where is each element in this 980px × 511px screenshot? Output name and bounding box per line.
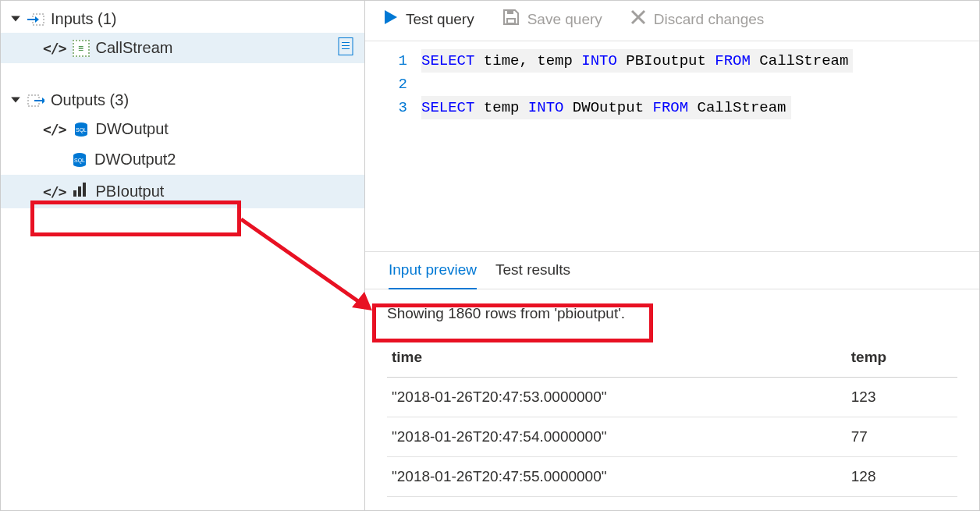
powerbi-icon	[73, 181, 90, 202]
svg-marker-0	[11, 16, 20, 22]
sidebar-item-label: PBIoutput	[96, 183, 165, 200]
svg-rect-22	[83, 183, 86, 197]
cell-temp: 77	[843, 417, 957, 457]
close-icon	[630, 9, 646, 29]
results-table-wrap: time temp "2018-01-26T20:47:53.0000000" …	[365, 338, 979, 497]
svg-rect-20	[73, 190, 76, 197]
cell-time: "2018-01-26T20:47:55.0000000"	[387, 457, 843, 497]
sidebar-item-callstream[interactable]: </> ≡ CallStream	[1, 33, 364, 63]
toolbar: Test query Save query Discard changes	[365, 1, 979, 41]
toolbar-button-label: Test query	[406, 11, 474, 28]
svg-text:SQL: SQL	[76, 127, 87, 133]
app-window: Inputs (1) </> ≡ CallStream Outputs (3) …	[0, 0, 980, 511]
cell-temp: 128	[843, 457, 957, 497]
chevron-down-icon	[10, 10, 21, 28]
svg-marker-3	[35, 16, 39, 23]
svg-marker-23	[385, 10, 397, 24]
results-table: time temp "2018-01-26T20:47:53.0000000" …	[387, 338, 957, 497]
sidebar-item-label: CallStream	[96, 39, 173, 57]
sidebar-item-dwoutput[interactable]: </> SQL DWOutput	[1, 114, 364, 144]
column-header-time[interactable]: time	[387, 338, 843, 378]
tab-test-results[interactable]: Test results	[495, 261, 570, 289]
outputs-label: Outputs (3)	[51, 91, 129, 109]
status-line: Showing 1860 rows from 'pbioutput'.	[365, 289, 979, 338]
sidebar-item-pbioutput[interactable]: </> PBIoutput	[1, 175, 364, 208]
code-icon: </>	[43, 40, 66, 56]
cell-time: "2018-01-26T20:47:54.0000000"	[387, 417, 843, 457]
cell-time: "2018-01-26T20:47:53.0000000"	[387, 378, 843, 417]
svg-marker-11	[42, 98, 44, 104]
code-icon: </>	[43, 121, 66, 137]
svg-marker-8	[11, 98, 20, 103]
main-pane: Test query Save query Discard changes 1 …	[365, 1, 979, 510]
line-number: 3	[365, 96, 407, 119]
svg-rect-21	[78, 186, 81, 197]
save-query-button[interactable]: Save query	[502, 9, 602, 30]
discard-changes-button[interactable]: Discard changes	[630, 9, 765, 29]
sidebar-item-dwoutput2[interactable]: SQL DWOutput2	[1, 144, 364, 175]
sidebar-item-label: DWOutput2	[94, 151, 176, 169]
column-header-temp[interactable]: temp	[843, 338, 957, 378]
code-icon: </>	[43, 183, 66, 200]
chevron-down-icon	[10, 91, 21, 109]
svg-rect-25	[507, 10, 513, 14]
editor-content[interactable]: SELECT time, temp INTO PBIoutput FROM Ca…	[421, 41, 979, 251]
svg-text:SQL: SQL	[74, 158, 85, 164]
sql-icon: SQL	[71, 151, 88, 169]
table-row[interactable]: "2018-01-26T20:47:53.0000000" 123	[387, 378, 957, 417]
test-query-button[interactable]: Test query	[384, 9, 474, 29]
output-icon	[27, 94, 44, 108]
tabs: Input preview Test results	[365, 251, 979, 289]
document-icon	[338, 37, 353, 59]
svg-rect-24	[507, 19, 515, 23]
table-row[interactable]: "2018-01-26T20:47:54.0000000" 77	[387, 417, 957, 457]
sidebar: Inputs (1) </> ≡ CallStream Outputs (3) …	[1, 1, 365, 510]
svg-rect-4	[339, 37, 353, 55]
status-text: Showing 1860 rows from 'pbioutput'.	[387, 305, 625, 321]
tree-header-inputs[interactable]: Inputs (1)	[1, 5, 364, 33]
code-editor[interactable]: 1 2 3 SELECT time, temp INTO PBIoutput F…	[365, 41, 979, 251]
tree-header-outputs[interactable]: Outputs (3)	[1, 87, 364, 114]
tab-input-preview[interactable]: Input preview	[389, 261, 477, 289]
toolbar-button-label: Save query	[527, 11, 602, 28]
toolbar-button-label: Discard changes	[654, 11, 765, 28]
inputs-label: Inputs (1)	[51, 10, 116, 28]
cell-temp: 123	[843, 378, 957, 417]
stream-icon: ≡	[73, 40, 90, 57]
input-icon	[27, 12, 44, 27]
table-row[interactable]: "2018-01-26T20:47:55.0000000" 128	[387, 457, 957, 497]
editor-gutter: 1 2 3	[365, 41, 421, 251]
line-number: 1	[365, 49, 407, 73]
sql-icon: SQL	[73, 121, 90, 138]
save-icon	[502, 9, 520, 30]
line-number: 2	[365, 73, 407, 96]
sidebar-item-label: DWOutput	[96, 120, 169, 138]
play-icon	[384, 9, 398, 29]
